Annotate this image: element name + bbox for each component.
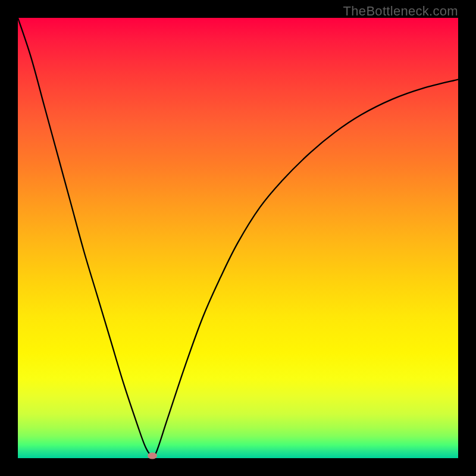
watermark-text: TheBottleneck.com	[343, 4, 458, 19]
plot-area	[18, 18, 458, 458]
optimum-marker	[148, 453, 157, 459]
bottleneck-curve	[18, 18, 458, 458]
chart-container: TheBottleneck.com	[0, 0, 476, 476]
